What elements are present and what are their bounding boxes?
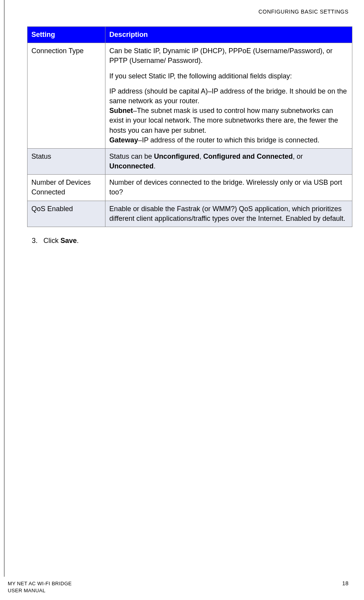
desc-gateway-text: –IP address of the router to which this … (138, 136, 319, 144)
description-cell: Number of devices connected to the bridg… (105, 175, 352, 201)
table-row: Connection Type Can be Static IP, Dynami… (28, 43, 352, 149)
desc-text: . (154, 162, 155, 170)
desc-subnet-text: –The subnet mask is used to control how … (109, 107, 338, 134)
desc-bold: Unconnected (109, 162, 154, 170)
header-description: Description (105, 27, 352, 43)
step-number: 3. (32, 237, 38, 245)
desc-subnet-label: Subnet (109, 107, 133, 114)
step-text-post: . (77, 237, 79, 245)
desc-paragraph: IP address (should be capital A)–IP addr… (109, 87, 348, 145)
desc-text: , (199, 153, 203, 160)
step-text-bold: Save (60, 237, 77, 245)
step-text-pre: Click (43, 237, 60, 245)
table-row: Number of Devices Connected Number of de… (28, 175, 352, 201)
section-header: CONFIGURING BASIC SETTINGS (8, 0, 364, 15)
table-row: QoS Enabled Enable or disable the Fastra… (28, 201, 352, 227)
page-number: 18 (342, 580, 348, 586)
step-instruction: 3. Click Save. (27, 237, 352, 245)
desc-bold: Configured and Connected (203, 153, 293, 160)
desc-gateway-label: Gateway (109, 136, 138, 144)
setting-cell: Connection Type (28, 43, 105, 149)
desc-paragraph: Can be Static IP, Dynamic IP (DHCP), PPP… (109, 46, 348, 66)
description-cell: Status can be Unconfigured, Configured a… (105, 148, 352, 174)
setting-cell: Status (28, 148, 105, 174)
desc-paragraph: If you select Static IP, the following a… (109, 71, 348, 81)
footer-product-name: MY NET AC WI-FI BRIDGE (8, 580, 72, 587)
desc-ip-line: IP address (should be capital A)–IP addr… (109, 87, 347, 105)
desc-text: , or (293, 153, 303, 160)
desc-text: Status can be (109, 153, 154, 160)
settings-table: Setting Description Connection Type Can … (27, 26, 352, 227)
header-setting: Setting (28, 27, 105, 43)
table-header-row: Setting Description (28, 27, 352, 43)
table-row: Status Status can be Unconfigured, Confi… (28, 148, 352, 174)
description-cell: Can be Static IP, Dynamic IP (DHCP), PPP… (105, 43, 352, 149)
footer-doc-type: USER MANUAL (8, 587, 72, 594)
setting-cell: QoS Enabled (28, 201, 105, 227)
page-footer: MY NET AC WI-FI BRIDGE USER MANUAL 18 (8, 580, 348, 594)
description-cell: Enable or disable the Fastrak (or WMM?) … (105, 201, 352, 227)
setting-cell: Number of Devices Connected (28, 175, 105, 201)
desc-bold: Unconfigured (154, 153, 199, 160)
